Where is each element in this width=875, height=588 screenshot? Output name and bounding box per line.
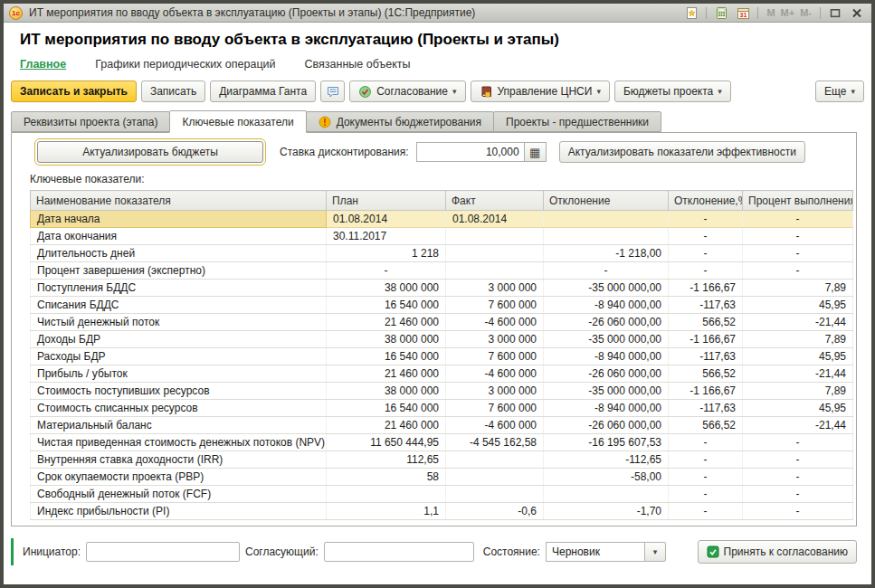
cell[interactable]: 1 218 (327, 245, 446, 262)
cell[interactable]: -0,6 (446, 503, 544, 520)
state-dropdown-button[interactable]: ▾ (644, 542, 666, 562)
cell[interactable]: 30.11.2017 (327, 228, 446, 245)
cell[interactable]: Чистый денежный поток (31, 314, 327, 331)
close-icon[interactable] (848, 5, 866, 21)
column-header[interactable]: Процент выполнения (743, 191, 853, 211)
cell[interactable]: - (669, 228, 743, 245)
nav-link[interactable]: Связанные объекты (305, 58, 411, 71)
cell[interactable]: 16 540 000 (327, 400, 446, 417)
cell[interactable]: Прибыль / убыток (31, 365, 327, 383)
table-row[interactable]: Индекс прибыльности (PI)1,1-0,6-1,70-- (31, 503, 853, 520)
cell[interactable] (544, 228, 669, 245)
cell[interactable]: 7,89 (743, 383, 853, 400)
cell[interactable]: - (743, 451, 853, 469)
cell[interactable]: - (544, 262, 669, 280)
memory-button[interactable]: M (764, 7, 777, 18)
cell[interactable]: -1 166,67 (669, 331, 743, 348)
cell[interactable]: 01.08.2014 (327, 211, 446, 228)
cell[interactable]: -26 060 000,00 (544, 365, 669, 383)
table-row[interactable]: Чистый денежный поток21 460 000-4 600 00… (31, 314, 853, 331)
table-row[interactable]: Длительность дней1 218-1 218,00-- (31, 245, 853, 262)
cell[interactable]: Процент завершения (экспертно) (31, 262, 327, 280)
cell[interactable]: 566,52 (669, 365, 743, 383)
cell[interactable]: 1,1 (327, 503, 446, 520)
calculator-picker-icon[interactable]: ▦ (525, 142, 547, 162)
cell[interactable]: 7,89 (743, 331, 853, 348)
cell[interactable]: 45,95 (743, 348, 853, 365)
initiator-field[interactable] (86, 542, 240, 562)
cell[interactable]: Стоимость списанных ресурсов (31, 400, 327, 417)
cell[interactable]: -4 600 000 (446, 314, 544, 331)
actualize-efficiency-button[interactable]: Актуализировать показатели эффективности (559, 141, 805, 163)
cell[interactable] (446, 486, 544, 503)
accept-approval-button[interactable]: Принять к согласованию (698, 540, 857, 564)
cell[interactable] (446, 245, 544, 262)
table-row[interactable]: Чистая приведенная стоимость денежных по… (31, 434, 853, 451)
cell[interactable]: -117,63 (669, 400, 743, 417)
cell[interactable]: -1 166,67 (669, 383, 743, 400)
cell[interactable] (544, 211, 669, 228)
cell[interactable]: - (743, 228, 853, 245)
more-menu-button[interactable]: Еще▾ (815, 81, 864, 102)
cell[interactable]: 3 000 000 (446, 331, 544, 348)
table-row[interactable]: Процент завершения (экспертно)---- (31, 262, 853, 280)
table-row[interactable]: Расходы БДР16 540 0007 600 000-8 940 000… (31, 348, 853, 365)
cell[interactable]: 16 540 000 (327, 297, 446, 314)
column-header[interactable]: Наименование показателя (31, 191, 327, 211)
cell[interactable]: -35 000 000,00 (544, 280, 669, 297)
cell[interactable]: 566,52 (669, 417, 743, 434)
table-row[interactable]: Срок окупаемости проекта (PBP)58-58,00-- (31, 469, 853, 486)
cell[interactable]: -1 166,67 (669, 280, 743, 297)
approval-menu-button[interactable]: Согласование▾ (349, 81, 465, 102)
cell[interactable]: Доходы БДР (31, 331, 327, 348)
cell[interactable]: 38 000 000 (327, 331, 446, 348)
cell[interactable]: -4 600 000 (446, 365, 544, 383)
tab-predecessor-projects[interactable]: Проекты - предшественники (493, 111, 661, 132)
cell[interactable]: Материальный баланс (31, 417, 327, 434)
memory-button[interactable]: M+ (778, 7, 798, 18)
cell[interactable]: 3 000 000 (446, 280, 544, 297)
table-row[interactable]: Дата начала01.08.201401.08.2014-- (31, 211, 853, 228)
nav-link[interactable]: Главное (20, 58, 66, 71)
cell[interactable]: 7 600 000 (446, 348, 544, 365)
cell[interactable]: 7 600 000 (446, 400, 544, 417)
column-header[interactable]: Отклонение (544, 191, 669, 211)
cell[interactable]: - (743, 469, 853, 486)
tab-key-indicators[interactable]: Ключевые показатели (169, 110, 306, 133)
cell[interactable]: 21 460 000 (327, 365, 446, 383)
table-row[interactable]: Прибыль / убыток21 460 000-4 600 000-26 … (31, 365, 853, 383)
cnsi-menu-button[interactable]: Управление ЦНСИ▾ (471, 81, 610, 102)
gantt-button[interactable]: Диаграмма Ганта (210, 81, 316, 102)
cell[interactable]: Дата начала (31, 211, 327, 228)
cell[interactable]: -8 940 000,00 (544, 400, 669, 417)
cell[interactable]: -4 545 162,58 (446, 434, 544, 451)
cell[interactable]: - (669, 469, 743, 486)
favorites-icon[interactable] (682, 5, 700, 21)
table-row[interactable]: Поступления БДДС38 000 0003 000 000-35 0… (31, 280, 853, 297)
cell[interactable]: - (669, 451, 743, 469)
save-close-button[interactable]: Записать и закрыть (11, 81, 137, 102)
maximize-icon[interactable] (826, 5, 844, 21)
cell[interactable]: Стоимость поступивших ресурсов (31, 383, 327, 400)
table-row[interactable]: Свободный денежный поток (FCF)-- (31, 486, 853, 503)
cell[interactable]: 3 000 000 (446, 383, 544, 400)
cell[interactable]: 21 460 000 (327, 417, 446, 434)
cell[interactable]: - (669, 503, 743, 520)
table-row[interactable]: Дата окончания30.11.2017-- (31, 228, 853, 245)
tab-project-requisites[interactable]: Реквизиты проекта (этапа) (11, 111, 170, 132)
cell[interactable]: -26 060 000,00 (544, 417, 669, 434)
cell[interactable] (446, 262, 544, 280)
cell[interactable]: -117,63 (669, 348, 743, 365)
project-budgets-menu-button[interactable]: Бюджеты проекта▾ (614, 81, 731, 102)
table-row[interactable]: Стоимость списанных ресурсов16 540 0007 … (31, 400, 853, 417)
cell[interactable]: Индекс прибыльности (PI) (31, 503, 327, 520)
table-row[interactable]: Списания БДДС16 540 0007 600 000-8 940 0… (31, 297, 853, 314)
table-row[interactable]: Внутренняя ставка доходности (IRR)112,65… (31, 451, 853, 469)
cell[interactable]: 38 000 000 (327, 280, 446, 297)
cell[interactable]: Дата окончания (31, 228, 327, 245)
table-row[interactable]: Материальный баланс21 460 000-4 600 000-… (31, 417, 853, 434)
cell[interactable]: 112,65 (327, 451, 446, 469)
cell[interactable]: Списания БДДС (31, 297, 327, 314)
cell[interactable]: 7 600 000 (446, 297, 544, 314)
cell[interactable]: -26 060 000,00 (544, 314, 669, 331)
